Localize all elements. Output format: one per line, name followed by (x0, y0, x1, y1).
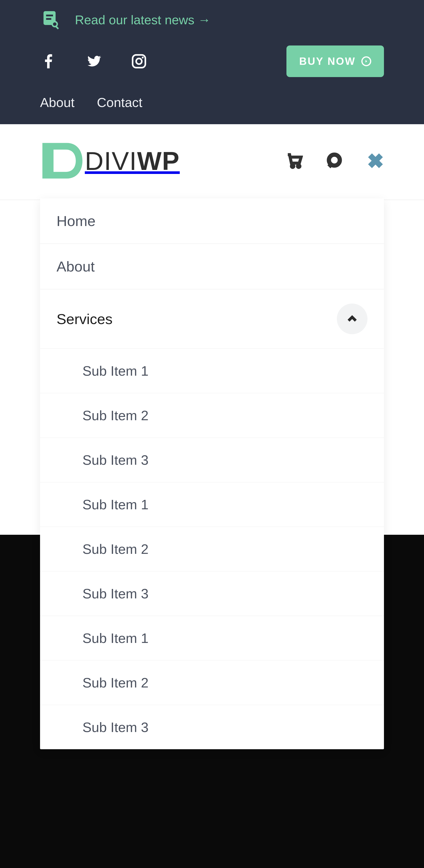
site-logo[interactable]: DIVIWP (40, 141, 180, 181)
top-bar: Read our latest news → BUY NOW About Con… (0, 0, 424, 124)
submenu-label: Sub Item 3 (83, 586, 149, 601)
submenu-item[interactable]: Sub Item 1 (40, 348, 384, 393)
submenu-label: Sub Item 1 (83, 497, 149, 513)
topbar-links-row: About Contact (40, 95, 384, 110)
buy-now-label: BUY NOW (299, 55, 356, 67)
submenu-label: Sub Item 3 (83, 452, 149, 468)
document-search-icon (40, 9, 61, 30)
twitter-icon[interactable] (85, 53, 102, 70)
svg-rect-0 (46, 14, 53, 16)
submenu-item[interactable]: Sub Item 3 (40, 571, 384, 616)
menu-item-services[interactable]: Services (40, 289, 384, 348)
submenu-item[interactable]: Sub Item 2 (40, 527, 384, 571)
facebook-icon[interactable] (40, 53, 57, 70)
submenu-item[interactable]: Sub Item 1 (40, 482, 384, 527)
logo-text-part1: DIVI (85, 146, 137, 175)
social-icons (40, 53, 148, 70)
svg-point-7 (142, 57, 144, 58)
submenu-label: Sub Item 2 (83, 541, 149, 557)
svg-point-6 (136, 58, 142, 64)
submenu-label: Sub Item 2 (83, 675, 149, 690)
logo-text: DIVIWP (85, 146, 180, 176)
svg-point-9 (297, 165, 300, 167)
contact-link[interactable]: Contact (97, 95, 142, 110)
logo-mark-icon (40, 141, 85, 181)
circle-arrow-icon (361, 56, 371, 66)
submenu-item[interactable]: Sub Item 1 (40, 616, 384, 660)
menu-item-label: Services (57, 311, 112, 328)
read-news-link[interactable]: Read our latest news → (40, 9, 210, 30)
submenu-item[interactable]: Sub Item 3 (40, 437, 384, 482)
chevron-up-icon[interactable] (337, 304, 367, 334)
instagram-icon[interactable] (130, 53, 148, 70)
search-icon[interactable] (326, 152, 344, 169)
submenu-item[interactable]: Sub Item 3 (40, 705, 384, 749)
buy-now-button[interactable]: BUY NOW (287, 45, 384, 77)
submenu-label: Sub Item 3 (83, 719, 149, 735)
svg-rect-5 (133, 55, 145, 68)
cart-icon[interactable] (286, 152, 303, 169)
menu-item-about[interactable]: About (40, 244, 384, 289)
menu-item-home[interactable]: Home (40, 198, 384, 244)
topbar-actions-row: BUY NOW (40, 45, 384, 77)
submenu-label: Sub Item 2 (83, 407, 149, 423)
menu-item-label: About (57, 258, 95, 275)
submenu-label: Sub Item 1 (83, 363, 149, 379)
submenu-item[interactable]: Sub Item 2 (40, 660, 384, 705)
main-header: DIVIWP Home About Services (0, 124, 424, 200)
menu-item-label: Home (57, 213, 95, 229)
logo-text-part2: WP (137, 146, 180, 175)
topbar-news-row: Read our latest news → (40, 9, 384, 30)
read-news-text: Read our latest news → (75, 12, 210, 27)
svg-rect-1 (46, 18, 51, 20)
mobile-menu-panel: Home About Services Sub Item 1 Sub Item … (40, 198, 384, 749)
close-menu-icon[interactable] (367, 152, 384, 169)
submenu-label: Sub Item 1 (83, 630, 149, 646)
submenu-item[interactable]: Sub Item 2 (40, 393, 384, 437)
svg-line-11 (329, 164, 331, 166)
svg-point-8 (291, 165, 294, 167)
about-link[interactable]: About (40, 95, 74, 110)
header-action-icons (286, 152, 384, 169)
svg-point-3 (53, 22, 57, 26)
